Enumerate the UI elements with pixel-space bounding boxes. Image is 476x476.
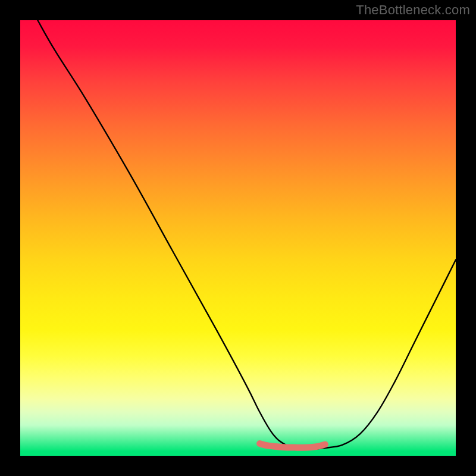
optimal-range-marker xyxy=(260,444,325,448)
plot-area xyxy=(20,20,456,456)
chart-frame: TheBottleneck.com xyxy=(0,0,476,476)
curve-layer xyxy=(20,20,456,456)
main-curve xyxy=(37,20,456,450)
watermark-text: TheBottleneck.com xyxy=(356,2,470,18)
